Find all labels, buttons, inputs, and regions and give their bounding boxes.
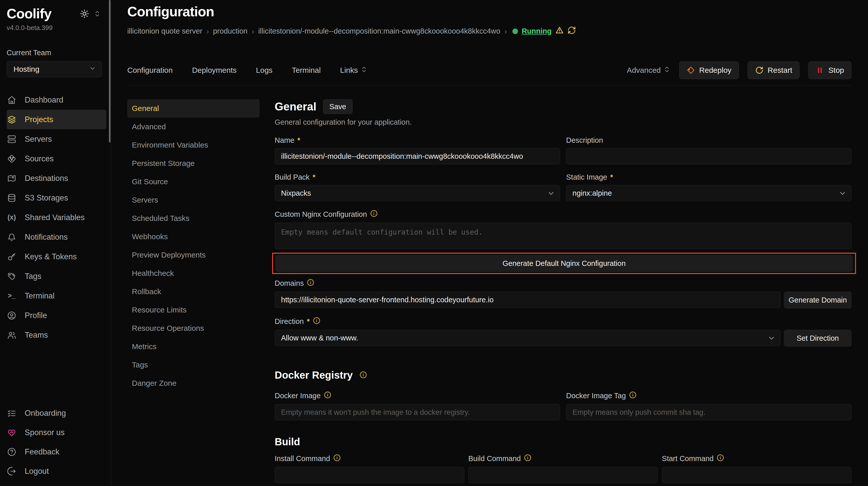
sidebar-item-onboarding[interactable]: Onboarding	[7, 403, 108, 423]
tab-configuration[interactable]: Configuration	[127, 66, 173, 74]
info-icon[interactable]	[524, 454, 531, 463]
install-command-input[interactable]	[275, 467, 464, 483]
tab-deployments[interactable]: Deployments	[192, 66, 237, 74]
sidebar-item-shared-variables[interactable]: (x) Shared Variables	[7, 207, 108, 227]
theme-sun-icon[interactable]	[80, 9, 89, 19]
info-icon[interactable]	[324, 391, 332, 400]
sidebar-item-teams[interactable]: Teams	[7, 325, 108, 345]
info-icon[interactable]	[333, 454, 341, 463]
chevron-down-icon	[838, 189, 847, 199]
generate-domain-button[interactable]: Generate Domain	[784, 292, 851, 309]
required-mark: *	[307, 317, 310, 326]
subnav-item-metrics[interactable]: Metrics	[127, 337, 260, 356]
sidebar-scrollbar[interactable]	[109, 0, 111, 142]
chevron-down-icon	[547, 189, 555, 199]
subnav-item-preview-deployments[interactable]: Preview Deployments	[127, 246, 260, 264]
stop-button[interactable]: Stop	[808, 61, 851, 79]
set-direction-button[interactable]: Set Direction	[784, 330, 851, 347]
sidebar-nav: Dashboard Projects Servers Sources Desti…	[7, 90, 108, 345]
log-out-icon	[7, 467, 16, 476]
info-icon[interactable]	[360, 371, 367, 380]
install-command-label: Install Command	[275, 454, 330, 463]
info-icon[interactable]	[313, 317, 320, 326]
sidebar-item-terminal[interactable]: >_ Terminal	[7, 286, 108, 305]
tab-bar: Configuration Deployments Logs Terminal …	[127, 61, 851, 86]
sidebar-item-notifications[interactable]: Notifications	[7, 227, 108, 247]
sidebar-item-profile[interactable]: Profile	[7, 305, 108, 325]
static-image-label: Static Image	[566, 173, 607, 182]
subnav-item-resource-limits[interactable]: Resource Limits	[127, 301, 260, 319]
subnav-item-webhooks[interactable]: Webhooks	[127, 227, 260, 246]
info-icon[interactable]	[629, 391, 637, 400]
terminal-icon: >_	[7, 292, 16, 300]
layers-icon	[7, 115, 16, 124]
warning-triangle-icon[interactable]	[555, 26, 564, 36]
breadcrumb: illicitonion quote server › production ›…	[127, 26, 851, 36]
breadcrumb-resource[interactable]: illicitestonion/-module--decomposition:m…	[258, 27, 500, 35]
help-circle-icon	[7, 447, 16, 456]
docker-image-tag-input[interactable]	[566, 404, 851, 420]
refresh-icon[interactable]	[567, 26, 576, 36]
tab-links[interactable]: Links	[340, 66, 368, 75]
subnav-item-advanced[interactable]: Advanced	[127, 118, 260, 136]
generate-nginx-config-button[interactable]: Generate Default Nginx Configuration	[275, 255, 853, 272]
docker-image-tag-field: Docker Image Tag	[566, 391, 851, 420]
info-icon[interactable]	[717, 454, 724, 463]
subnav-item-servers[interactable]: Servers	[127, 191, 260, 209]
status-text[interactable]: Running	[522, 27, 552, 35]
save-button[interactable]: Save	[323, 99, 352, 114]
info-icon[interactable]	[307, 279, 314, 288]
breadcrumb-environment[interactable]: production	[213, 27, 247, 35]
variables-icon: (x)	[7, 214, 16, 221]
docker-image-input[interactable]	[275, 404, 560, 420]
name-input[interactable]	[275, 148, 560, 164]
sidebar-item-keys-tokens[interactable]: Keys & Tokens	[7, 247, 108, 266]
subnav-item-tags[interactable]: Tags	[127, 356, 260, 374]
sidebar-item-servers[interactable]: Servers	[7, 129, 108, 149]
stop-icon	[815, 66, 824, 74]
breadcrumb-project[interactable]: illicitonion quote server	[127, 27, 203, 35]
theme-chevrons-icon[interactable]	[94, 10, 101, 18]
direction-label: Direction	[275, 317, 304, 326]
subnav-item-healthcheck[interactable]: Healthcheck	[127, 264, 260, 283]
build-pack-select[interactable]: Nixpacks	[275, 185, 560, 201]
domains-input[interactable]	[275, 292, 780, 308]
docker-registry-heading: Docker Registry	[275, 369, 353, 381]
sidebar-item-feedback[interactable]: Feedback	[7, 442, 108, 461]
redeploy-button[interactable]: Redeploy	[679, 61, 739, 79]
static-image-select[interactable]: nginx:alpine	[566, 185, 851, 201]
team-select[interactable]: Hosting	[7, 61, 102, 77]
build-command-input[interactable]	[468, 467, 658, 483]
advanced-dropdown[interactable]: Advanced	[627, 66, 670, 75]
subnav-item-environment-variables[interactable]: Environment Variables	[127, 136, 260, 154]
subnav-item-scheduled-tasks[interactable]: Scheduled Tasks	[127, 209, 260, 227]
description-input[interactable]	[566, 148, 851, 164]
users-icon	[7, 330, 16, 340]
sidebar-item-destinations[interactable]: Destinations	[7, 168, 108, 188]
nginx-config-textarea[interactable]	[275, 223, 851, 249]
sidebar-item-logout[interactable]: Logout	[7, 461, 108, 481]
subnav-item-resource-operations[interactable]: Resource Operations	[127, 319, 260, 337]
sidebar-item-dashboard[interactable]: Dashboard	[7, 90, 108, 110]
sidebar-item-projects[interactable]: Projects	[7, 110, 106, 129]
subnav-item-git-source[interactable]: Git Source	[127, 172, 260, 191]
subnav-item-danger-zone[interactable]: Danger Zone	[127, 374, 260, 392]
restart-button[interactable]: Restart	[748, 61, 800, 79]
sidebar-item-tags[interactable]: Tags	[7, 266, 108, 286]
nginx-config-label: Custom Nginx Configuration	[275, 210, 367, 219]
direction-select[interactable]: Allow www & non-www.	[275, 330, 780, 346]
heart-icon	[7, 428, 16, 437]
sidebar-item-s3-storages[interactable]: S3 Storages	[7, 188, 108, 207]
start-command-field: Start Command	[662, 454, 851, 483]
tab-terminal[interactable]: Terminal	[292, 66, 321, 74]
subnav-item-general[interactable]: General	[127, 99, 260, 118]
start-command-input[interactable]	[662, 467, 851, 483]
tab-logs[interactable]: Logs	[256, 66, 273, 74]
current-team-label: Current Team	[7, 48, 111, 57]
database-icon	[7, 193, 16, 202]
sidebar-item-sponsor[interactable]: Sponsor us	[7, 423, 108, 442]
sidebar-item-sources[interactable]: Sources	[7, 149, 108, 168]
subnav-item-persistent-storage[interactable]: Persistent Storage	[127, 154, 260, 172]
info-icon[interactable]	[370, 210, 378, 219]
subnav-item-rollback[interactable]: Rollback	[127, 283, 260, 301]
